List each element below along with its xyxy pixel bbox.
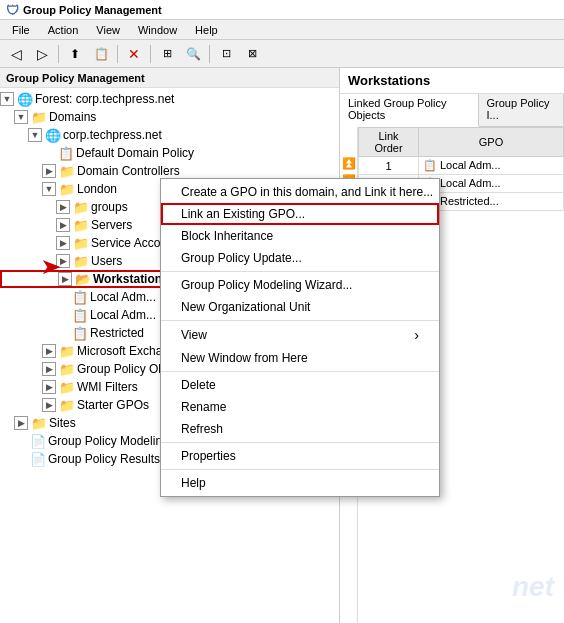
ctx-item-new-window[interactable]: New Window from Here (161, 347, 439, 369)
toolbar-properties[interactable]: 📋 (89, 43, 113, 65)
toolbar-view1[interactable]: ⊡ (214, 43, 238, 65)
toolbar-up[interactable]: ⬆ (63, 43, 87, 65)
ctx-item-link-existing[interactable]: Link an Existing GPO... (161, 203, 439, 225)
tree-node-corp[interactable]: ▼🌐corp.techpress.net (0, 126, 339, 144)
title-bar: 🛡 Group Policy Management (0, 0, 564, 20)
node-label: groups (91, 200, 128, 214)
tree-node-forest[interactable]: ▼🌐Forest: corp.techpress.net (0, 90, 339, 108)
table-row[interactable]: 1 📋Local Adm... (359, 157, 564, 175)
ctx-item-gp-update[interactable]: Group Policy Update... (161, 247, 439, 269)
ctx-item-view[interactable]: View (161, 323, 439, 347)
ctx-separator (161, 271, 439, 272)
ctx-item-rename[interactable]: Rename (161, 396, 439, 418)
node-icon: 📁 (59, 398, 75, 413)
node-icon: 🌐 (17, 92, 33, 107)
node-icon: 📁 (59, 344, 75, 359)
node-label: Group Policy Modeling (48, 434, 169, 448)
tab-grouppolicy[interactable]: Group Policy I... (479, 94, 565, 126)
ctx-item-new-ou[interactable]: New Organizational Unit (161, 296, 439, 318)
node-icon: 📋 (72, 290, 88, 305)
node-icon: 📁 (73, 200, 89, 215)
col-gpo: GPO (419, 128, 564, 157)
expand-btn[interactable]: ▶ (56, 218, 70, 232)
menu-file[interactable]: File (4, 22, 38, 38)
node-label: Workstations (93, 272, 169, 286)
node-icon: 📁 (59, 164, 75, 179)
sort-up-top[interactable]: ⏫ (342, 157, 356, 170)
node-icon: 📁 (31, 416, 47, 431)
expand-btn[interactable]: ▼ (0, 92, 14, 106)
expand-btn[interactable]: ▶ (14, 416, 28, 430)
node-icon: 📋 (58, 146, 74, 161)
ctx-item-create-gpo[interactable]: Create a GPO in this domain, and Link it… (161, 181, 439, 203)
node-label: Starter GPOs (77, 398, 149, 412)
node-label: London (77, 182, 117, 196)
toolbar-view2[interactable]: ⊠ (240, 43, 264, 65)
gpo-cell: 📋Restricted... (419, 193, 564, 211)
node-label: Servers (91, 218, 132, 232)
node-label: Local Adm... (90, 308, 156, 322)
tree-node-ddp[interactable]: 📋Default Domain Policy (0, 144, 339, 162)
node-icon: 📁 (59, 362, 75, 377)
expand-btn[interactable]: ▼ (42, 182, 56, 196)
main-area: Group Policy Management ▼🌐Forest: corp.t… (0, 68, 564, 623)
ctx-separator (161, 469, 439, 470)
expand-btn[interactable]: ▶ (42, 164, 56, 178)
toolbar-back[interactable]: ◁ (4, 43, 28, 65)
expand-btn[interactable]: ▶ (56, 236, 70, 250)
node-label: Group Policy Results (48, 452, 160, 466)
tree-node-domains[interactable]: ▼📁Domains (0, 108, 339, 126)
expand-btn[interactable]: ▶ (42, 362, 56, 376)
node-label: Users (91, 254, 122, 268)
ctx-item-properties[interactable]: Properties (161, 445, 439, 467)
expand-btn[interactable]: ▼ (28, 128, 42, 142)
node-icon: 📁 (73, 218, 89, 233)
node-icon: 📁 (59, 182, 75, 197)
node-icon: 📄 (30, 452, 46, 467)
expand-btn[interactable]: ▶ (42, 344, 56, 358)
node-icon: 📁 (31, 110, 47, 125)
toolbar-forward[interactable]: ▷ (30, 43, 54, 65)
gpo-cell: 📋Local Adm... (419, 175, 564, 193)
right-pane-title: Workstations (340, 68, 564, 94)
node-icon: 📁 (73, 254, 89, 269)
ctx-separator (161, 371, 439, 372)
app-title: Group Policy Management (23, 4, 162, 16)
ctx-item-block-inheritance[interactable]: Block Inheritance (161, 225, 439, 247)
node-icon: 📄 (30, 434, 46, 449)
ctx-separator (161, 320, 439, 321)
node-label: Domain Controllers (77, 164, 180, 178)
toolbar: ◁ ▷ ⬆ 📋 ✕ ⊞ 🔍 ⊡ ⊠ (0, 40, 564, 68)
menu-bar: File Action View Window Help (0, 20, 564, 40)
node-icon: 🌐 (45, 128, 61, 143)
tree-header: Group Policy Management (0, 68, 339, 88)
node-icon: 📋 (72, 326, 88, 341)
menu-help[interactable]: Help (187, 22, 226, 38)
ctx-item-refresh[interactable]: Refresh (161, 418, 439, 440)
node-icon: 📁 (59, 380, 75, 395)
toolbar-search[interactable]: 🔍 (181, 43, 205, 65)
ctx-item-delete[interactable]: Delete (161, 374, 439, 396)
expand-btn[interactable]: ▶ (56, 200, 70, 214)
expand-btn[interactable]: ▶ (42, 380, 56, 394)
ctx-separator (161, 442, 439, 443)
expand-btn[interactable]: ▼ (14, 110, 28, 124)
menu-window[interactable]: Window (130, 22, 185, 38)
expand-btn[interactable]: ▶ (42, 398, 56, 412)
ctx-item-gp-modeling[interactable]: Group Policy Modeling Wizard... (161, 274, 439, 296)
order-cell: 1 (359, 157, 419, 175)
col-link-order: Link Order (359, 128, 419, 157)
ctx-item-help[interactable]: Help (161, 472, 439, 494)
menu-view[interactable]: View (88, 22, 128, 38)
node-icon: 📂 (75, 272, 91, 287)
red-arrow: ➤ (40, 254, 62, 280)
tab-linked[interactable]: Linked Group Policy Objects (340, 94, 479, 127)
gpo-cell: 📋Local Adm... (419, 157, 564, 175)
menu-action[interactable]: Action (40, 22, 87, 38)
app-icon: 🛡 (6, 3, 20, 17)
toolbar-show[interactable]: ⊞ (155, 43, 179, 65)
context-menu: Create a GPO in this domain, and Link it… (160, 178, 440, 497)
toolbar-delete[interactable]: ✕ (122, 43, 146, 65)
node-label: WMI Filters (77, 380, 138, 394)
node-label: Restricted (90, 326, 144, 340)
